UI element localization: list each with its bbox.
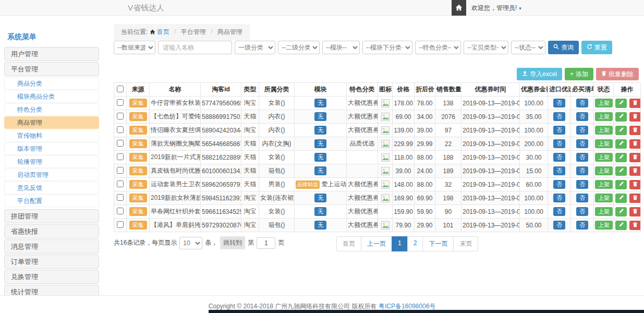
module-sub-select[interactable]: --模块下分类-- xyxy=(362,41,412,54)
import-optional-toggle[interactable]: 否 xyxy=(553,180,565,189)
row-checkbox[interactable] xyxy=(117,99,124,106)
pager-page[interactable]: 1 xyxy=(392,236,408,251)
name-search-input[interactable] xyxy=(158,41,232,54)
pager-prev[interactable]: 上一页 xyxy=(361,236,392,251)
delete-button[interactable] xyxy=(629,139,640,149)
must-buy-toggle[interactable]: 否 xyxy=(576,139,588,148)
row-checkbox[interactable] xyxy=(117,153,124,160)
must-buy-toggle[interactable]: 否 xyxy=(576,194,588,202)
edit-button[interactable] xyxy=(615,180,627,189)
module-none-badge[interactable]: 无 xyxy=(314,166,326,175)
search-button[interactable]: 查询 xyxy=(548,41,579,54)
reset-button[interactable]: 重置 xyxy=(581,41,612,54)
must-buy-toggle[interactable]: 否 xyxy=(576,221,588,230)
status-toggle[interactable]: 上架 xyxy=(595,180,613,189)
edit-button[interactable] xyxy=(615,194,627,203)
edit-button[interactable] xyxy=(615,221,627,230)
pager-page[interactable]: 2 xyxy=(407,236,423,251)
per-page-select[interactable]: 10 xyxy=(179,237,202,249)
import-excel-button[interactable]: 导入excel xyxy=(517,68,562,80)
user-menu[interactable]: 欢迎您，管理员!▾ xyxy=(471,0,521,16)
import-optional-toggle[interactable]: 否 xyxy=(553,153,565,162)
sidebar-sub-item[interactable]: 特色分类 xyxy=(4,103,99,116)
sidebar-sub-item[interactable]: 轮播管理 xyxy=(4,155,99,168)
status-toggle[interactable]: 上架 xyxy=(595,194,613,202)
edit-button[interactable] xyxy=(615,153,627,162)
must-buy-toggle[interactable]: 否 xyxy=(576,180,588,189)
sidebar-sub-item[interactable]: 平台配置 xyxy=(4,195,99,207)
must-buy-toggle[interactable]: 否 xyxy=(576,99,588,107)
status-toggle[interactable]: 上架 xyxy=(595,126,613,135)
sidebar-group-express[interactable]: 省惠快报 xyxy=(4,224,99,238)
row-checkbox[interactable] xyxy=(117,140,124,147)
module-none-badge[interactable]: 无 xyxy=(314,99,326,107)
sidebar-group-users[interactable]: 用户管理 xyxy=(4,47,99,61)
row-checkbox[interactable] xyxy=(117,208,124,214)
batch-delete-button[interactable]: 批量删除 xyxy=(596,68,639,80)
sidebar-group-orders[interactable]: 订单管理 xyxy=(4,255,99,269)
sidebar-sub-item[interactable]: 意见反馈 xyxy=(4,182,99,194)
jump-page-input[interactable] xyxy=(257,237,275,249)
item-type-select[interactable]: --宝贝类型-- xyxy=(464,41,508,54)
delete-button[interactable] xyxy=(629,126,640,135)
jump-button[interactable]: 跳转到 xyxy=(220,236,245,249)
delete-button[interactable] xyxy=(629,166,640,176)
edit-button[interactable] xyxy=(615,112,627,122)
add-button[interactable]: +添加 xyxy=(565,68,593,80)
import-optional-toggle[interactable]: 否 xyxy=(553,221,565,230)
edit-button[interactable] xyxy=(615,139,627,149)
status-toggle[interactable]: 上架 xyxy=(595,207,613,216)
status-toggle[interactable]: 上架 xyxy=(595,221,613,230)
status-toggle[interactable]: 上架 xyxy=(595,166,613,175)
import-optional-toggle[interactable]: 否 xyxy=(553,112,565,121)
import-optional-toggle[interactable]: 否 xyxy=(553,166,565,175)
module-none-badge[interactable]: 无 xyxy=(314,221,326,230)
level2-category-select[interactable]: --二级分类-- xyxy=(278,41,320,54)
sidebar-group-platform[interactable]: 平台管理 xyxy=(4,62,99,76)
edit-button[interactable] xyxy=(615,99,627,108)
delete-button[interactable] xyxy=(629,153,640,162)
must-buy-toggle[interactable]: 否 xyxy=(576,207,588,216)
module-none-badge[interactable]: 无 xyxy=(314,207,326,216)
sidebar-group-exchange[interactable]: 兑换管理 xyxy=(4,270,99,284)
breadcrumb-home-link[interactable]: 首页 xyxy=(150,28,169,35)
delete-button[interactable] xyxy=(629,99,640,108)
source-select[interactable]: --数据来源-- xyxy=(114,41,155,54)
row-checkbox[interactable] xyxy=(117,194,124,201)
row-checkbox[interactable] xyxy=(117,113,124,119)
status-select[interactable]: --状态-- xyxy=(511,41,545,54)
module-none-badge[interactable]: 无 xyxy=(314,153,326,162)
status-toggle[interactable]: 上架 xyxy=(595,139,613,148)
module-none-badge[interactable]: 无 xyxy=(314,112,326,121)
status-toggle[interactable]: 上架 xyxy=(595,112,613,121)
delete-button[interactable] xyxy=(629,221,640,230)
import-optional-toggle[interactable]: 否 xyxy=(553,139,565,148)
sidebar-sub-item[interactable]: 商品管理 xyxy=(4,116,99,129)
status-toggle[interactable]: 上架 xyxy=(595,153,613,162)
module-none-badge[interactable]: 无 xyxy=(314,194,326,202)
edit-button[interactable] xyxy=(615,166,627,176)
pager-first[interactable]: 首页 xyxy=(336,236,361,251)
row-checkbox[interactable] xyxy=(117,167,124,174)
row-checkbox[interactable] xyxy=(117,221,124,228)
row-checkbox[interactable] xyxy=(117,126,124,133)
import-optional-toggle[interactable]: 否 xyxy=(553,194,565,202)
edit-button[interactable] xyxy=(615,126,627,135)
delete-button[interactable] xyxy=(629,112,640,122)
must-buy-toggle[interactable]: 否 xyxy=(576,126,588,135)
delete-button[interactable] xyxy=(629,194,640,203)
sidebar-sub-item[interactable]: 商品分类 xyxy=(4,77,99,90)
module-select[interactable]: --模块-- xyxy=(322,41,360,54)
delete-button[interactable] xyxy=(629,180,640,189)
module-none-badge[interactable]: 无 xyxy=(314,126,326,135)
row-checkbox[interactable] xyxy=(117,180,124,187)
must-buy-toggle[interactable]: 否 xyxy=(576,166,588,175)
import-optional-toggle[interactable]: 否 xyxy=(553,207,565,216)
breadcrumb-item-platform[interactable]: 平台管理 xyxy=(181,28,206,35)
select-all-checkbox[interactable] xyxy=(117,86,124,92)
sidebar-sub-item[interactable]: 启动页管理 xyxy=(4,168,99,181)
sidebar-group-groupbuy[interactable]: 拼团管理 xyxy=(4,209,99,223)
home-button[interactable] xyxy=(452,0,466,16)
edit-button[interactable] xyxy=(615,207,627,216)
status-toggle[interactable]: 上架 xyxy=(595,99,613,107)
